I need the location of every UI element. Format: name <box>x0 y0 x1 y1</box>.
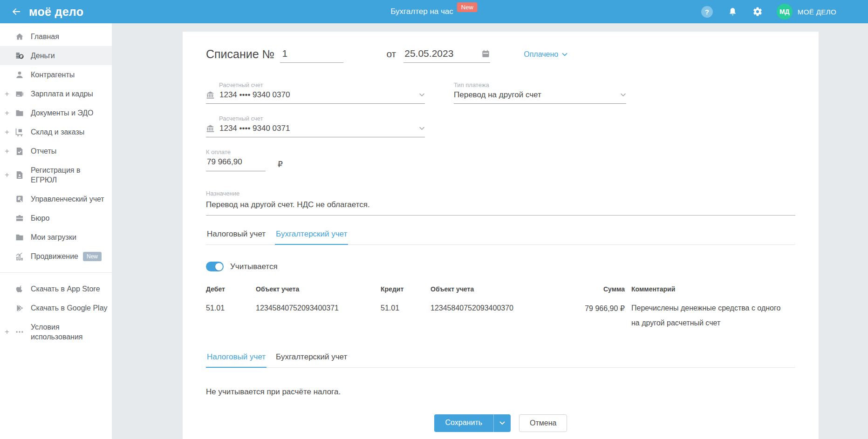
table-header: ДебетОбъект учетаКредитОбъект учетаСумма… <box>206 285 795 293</box>
sidebar-item-label: Управленческий учет <box>31 194 104 204</box>
sidebar-item[interactable]: +Регистрация в ЕГРЮЛ <box>0 161 112 189</box>
settings-gear-icon[interactable] <box>752 7 763 17</box>
new-badge: New <box>83 252 102 261</box>
sidebar-item[interactable]: Главная <box>0 27 112 46</box>
cancel-button[interactable]: Отмена <box>519 414 567 432</box>
table-header-cell: Объект учета <box>256 285 381 293</box>
comment-line: на другой расчетный счет <box>631 319 786 327</box>
promotion-icon <box>14 252 25 261</box>
field-label: Назначение <box>206 190 795 197</box>
tab[interactable]: Налоговый учет <box>206 352 267 368</box>
payment-type-field: Тип платежа Перевод на другой счет <box>454 81 626 104</box>
amount-input[interactable] <box>206 157 266 171</box>
save-button[interactable]: Сохранить <box>434 414 494 432</box>
sidebar-item-label: Документы и ЭДО <box>31 108 94 118</box>
chevron-down-icon <box>419 93 425 97</box>
account-name[interactable]: МОЁ ДЕЛО <box>798 8 836 16</box>
money-icon: ₽ <box>14 51 25 61</box>
accounting-tabs: Налоговый учетБухгалтерский учет <box>206 230 795 245</box>
expand-plus-icon[interactable]: + <box>0 327 14 337</box>
tab[interactable]: Бухгалтерский учет <box>275 230 348 245</box>
ruble-sign: ₽ <box>278 160 283 169</box>
field-label: Расчетный счет <box>206 81 425 88</box>
sidebar-item[interactable]: +Зарплата и кадры <box>0 84 112 103</box>
help-icon[interactable]: ? <box>701 6 713 18</box>
sidebar-item-label: Продвижение <box>31 251 78 261</box>
sidebar-footer: Скачать в App StoreСкачать в Google Play… <box>0 279 112 346</box>
expand-plus-icon[interactable]: + <box>0 170 14 180</box>
topbar-left: моё дело <box>0 5 83 19</box>
sidebar-item-label: Главная <box>31 32 59 41</box>
comment-line: Перечислены денежные средства с одного <box>631 304 786 312</box>
sidebar-item-label: Бюро <box>31 213 49 223</box>
table-header-cell: Кредит <box>381 285 431 293</box>
topbar-right: ? МД МОЁ ДЕЛО <box>686 4 868 20</box>
sidebar-item-label: Склад и заказы <box>31 127 84 137</box>
account-to-select[interactable]: 1234 •••• 9340 0371 <box>206 124 425 137</box>
expand-plus-icon[interactable]: + <box>0 108 14 118</box>
account-from-value: 1234 •••• 9340 0370 <box>219 90 290 100</box>
date-input[interactable] <box>403 47 471 60</box>
back-arrow-icon[interactable] <box>11 7 21 17</box>
document-number-input[interactable] <box>280 48 343 63</box>
accounted-toggle[interactable] <box>206 262 224 271</box>
date-field[interactable] <box>403 47 490 63</box>
table-row[interactable]: 51.011234584075209340037151.011234584075… <box>206 304 795 334</box>
sidebar-item[interactable]: +Отчеты <box>0 142 112 161</box>
table-cell: 12345840752093400371 <box>256 304 381 334</box>
field-label: Тип платежа <box>454 81 626 88</box>
writeoff-form-card: Списание № от Оплачено Расчетный счет 12… <box>183 32 819 439</box>
table-header-cell: Сумма <box>566 285 625 293</box>
sidebar-item-label: Скачать в Google Play <box>31 303 108 313</box>
expand-plus-icon[interactable]: + <box>0 128 14 137</box>
sidebar-item[interactable]: Мои загрузки <box>0 228 112 247</box>
sidebar-item[interactable]: Контрагенты <box>0 65 112 84</box>
sidebar-item[interactable]: ₽Деньги <box>0 46 112 65</box>
purpose-input[interactable] <box>206 199 795 216</box>
sidebar-item-label: Скачать в App Store <box>31 284 100 294</box>
sidebar-item-label: Деньги <box>31 51 55 61</box>
account-from-select[interactable]: 1234 •••• 9340 0370 <box>206 90 425 104</box>
postings-table: ДебетОбъект учетаКредитОбъект учетаСумма… <box>206 285 795 334</box>
fields-row-1: Расчетный счет 1234 •••• 9340 0370 Тип п… <box>206 81 795 104</box>
sidebar-item[interactable]: +Условия использования <box>0 317 112 346</box>
payment-type-select[interactable]: Перевод на другой счет <box>454 90 626 104</box>
sidebar-divider <box>0 272 112 273</box>
app-logo[interactable]: моё дело <box>29 5 83 19</box>
tab[interactable]: Налоговый учет <box>206 230 267 244</box>
svg-text:₽: ₽ <box>18 196 21 201</box>
table-cell: 51.01 <box>381 304 431 334</box>
account-to-value: 1234 •••• 9340 0371 <box>219 124 290 133</box>
bank-icon <box>206 91 215 100</box>
sidebar-item[interactable]: ПродвижениеNew <box>0 247 112 266</box>
sidebar-item[interactable]: Скачать в Google Play <box>0 298 112 317</box>
calendar-icon[interactable] <box>481 49 490 58</box>
management-icon: ₽ <box>14 195 25 204</box>
sidebar-item[interactable]: Бюро <box>0 209 112 228</box>
bureau-icon <box>14 214 25 223</box>
topbar-promo: Бухгалтер на час New <box>390 7 478 17</box>
sidebar-item[interactable]: +Склад и заказы <box>0 122 112 142</box>
sidebar-item[interactable]: +Документы и ЭДО <box>0 103 112 122</box>
expand-plus-icon[interactable]: + <box>0 147 14 156</box>
tab[interactable]: Бухгалтерский учет <box>275 352 348 367</box>
expand-plus-icon[interactable]: + <box>0 89 14 99</box>
google-play-icon <box>14 304 25 312</box>
table-cell: 79 966,90 ₽ <box>566 304 625 334</box>
sidebar-item-label: Регистрация в ЕГРЮЛ <box>31 165 108 185</box>
chevron-down-icon <box>620 93 626 97</box>
svg-text:₽: ₽ <box>20 54 23 59</box>
amount-field: К оплате ₽ <box>206 149 795 171</box>
table-cell: 12345840752093400370 <box>431 304 566 334</box>
title-row: Списание № от Оплачено <box>206 47 795 63</box>
sidebar-item[interactable]: ₽Управленческий учет <box>0 189 112 209</box>
topbar: моё дело Бухгалтер на час New ? МД МОЁ Д… <box>0 0 868 23</box>
sidebar-item[interactable]: Скачать в App Store <box>0 279 112 298</box>
status-dropdown[interactable]: Оплачено <box>524 50 567 63</box>
avatar[interactable]: МД <box>777 4 793 20</box>
promo-link[interactable]: Бухгалтер на час <box>390 7 453 16</box>
notifications-bell-icon[interactable] <box>728 7 738 17</box>
save-options-chevron-icon[interactable] <box>493 414 511 432</box>
downloads-icon <box>14 233 25 242</box>
form-actions: Сохранить Отмена <box>206 414 795 432</box>
